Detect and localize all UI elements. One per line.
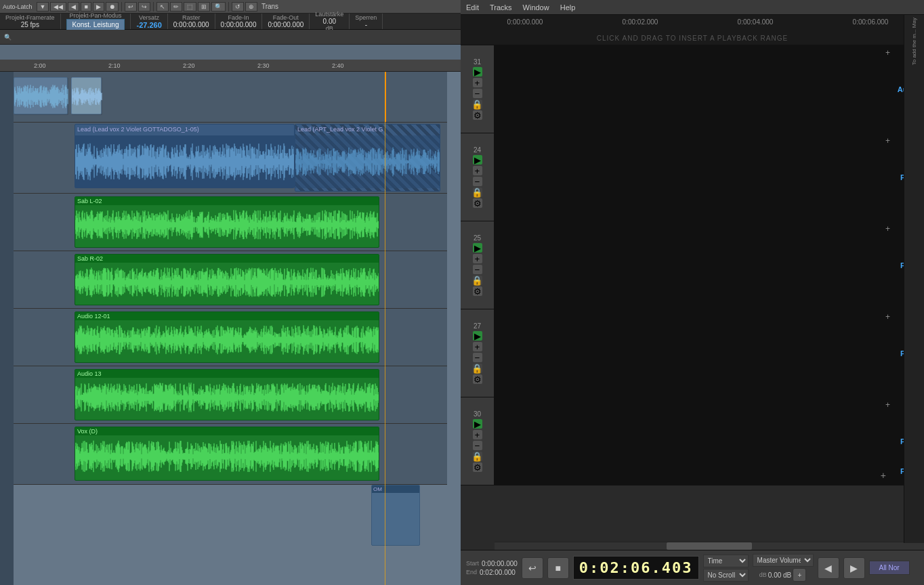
db-adjust-btn[interactable]: +	[793, 568, 806, 582]
toolbar-btn-play[interactable]: ▶	[93, 2, 104, 12]
transport-next-btn[interactable]: ▶	[843, 557, 865, 579]
lead-clip-1[interactable]: Lead (Lead vox 2 Violet GOTTADOSO_1-05)	[75, 124, 295, 188]
audio-12-track-row: Audio 12-01	[14, 309, 447, 366]
audio-13-wave	[75, 378, 379, 417]
track-27-plus-btn[interactable]: +	[473, 342, 482, 351]
track-24-lock-btn[interactable]: 🔒	[473, 188, 482, 197]
track-25-plus-btn[interactable]: +	[473, 254, 482, 263]
track-30-gear-btn[interactable]: ⚙	[473, 462, 482, 472]
track-25-num: 25	[474, 234, 481, 242]
track-25-content: Pitch	[495, 221, 924, 309]
scroll-mode-select[interactable]: No Scroll	[703, 569, 749, 582]
fade-in-label: Fade-In	[228, 14, 249, 21]
om-clip[interactable]: OM	[371, 485, 420, 546]
pan-modus-group: Projekt-Pan-Modus Konst. Leistung	[61, 14, 131, 29]
menu-window[interactable]: Window	[523, 3, 549, 12]
toolbar-btn-2[interactable]: ◀◀	[50, 2, 66, 12]
all-nor-button[interactable]: All Nor	[869, 561, 910, 575]
lead-clip-2[interactable]: Lead (APT_Lead vox 2 Violet G	[295, 124, 440, 192]
audio-12-clip[interactable]: Audio 12-01	[75, 311, 379, 363]
raster-value: 0:00:00.000	[173, 21, 209, 28]
track-30-num: 30	[474, 410, 481, 418]
toolbar-btn-6[interactable]: ↩	[125, 2, 137, 12]
track-27-add-icon[interactable]: +	[885, 312, 890, 322]
time-mode-select[interactable]: Time	[703, 555, 749, 567]
lead-clip-1-title: Lead (Lead vox 2 Violet GOTTADOSO_1-05)	[75, 125, 294, 134]
audio-13-title: Audio 13	[75, 370, 379, 378]
menu-edit[interactable]: Edit	[466, 3, 479, 12]
divider-3	[228, 2, 229, 12]
transport-rewind-btn[interactable]: ↩	[522, 557, 543, 579]
toolbar-btn-4[interactable]: ■	[81, 2, 91, 12]
toolbar-btn-arrow[interactable]: ↖	[156, 2, 169, 12]
track-24-green-btn[interactable]: ▶	[473, 155, 482, 165]
lautstarke-label: Lautstärke	[315, 11, 343, 18]
click-drag-message[interactable]: CLICK AND DRAG TO INSERT A PLAYBACK RANG…	[597, 35, 788, 42]
track-30-green-btn[interactable]: ▶	[473, 419, 482, 429]
track-27-gear-btn[interactable]: ⚙	[473, 374, 482, 384]
track-25-green-btn[interactable]: ▶	[473, 243, 482, 253]
sperren-value: -	[365, 21, 367, 28]
lautstarke-group: Lautstärke 0.00 dB	[310, 14, 350, 29]
track-area: Lead (Lead vox 2 Violet GOTTADOSO_1-05) …	[0, 72, 461, 585]
blue-clip-1[interactable]	[14, 77, 68, 114]
lead-track-row: Lead (Lead vox 2 Violet GOTTADOSO_1-05) …	[14, 123, 447, 194]
track-30-minus-btn[interactable]: −	[473, 441, 482, 450]
track-31-green-btn[interactable]: ▶	[473, 67, 482, 77]
framerate-value: 25 fps	[21, 21, 39, 28]
toolbar-btn-1[interactable]: ▼	[37, 2, 49, 12]
track-27-green-btn[interactable]: ▶	[473, 331, 482, 341]
toolbar-btn-7[interactable]: ↪	[138, 2, 150, 12]
toolbar-btn-3[interactable]: ◀	[68, 2, 79, 12]
track-31-plus-btn[interactable]: +	[473, 78, 482, 87]
sab-l-clip[interactable]: Sab L-02	[75, 196, 379, 248]
track-30-plus-btn[interactable]: +	[473, 430, 482, 439]
track-24-add-icon[interactable]: +	[885, 136, 890, 146]
track-27-minus-btn[interactable]: −	[473, 353, 482, 362]
versatz-label: Versatz	[139, 14, 159, 21]
track-24-minus-btn[interactable]: −	[473, 177, 482, 186]
menu-help[interactable]: Help	[560, 3, 576, 12]
track-30-add-icon[interactable]: +	[885, 400, 890, 410]
track-31-gear-btn[interactable]: ⚙	[473, 110, 482, 120]
right-scrollbar[interactable]	[495, 542, 924, 550]
ruler-mark-230: 2:30	[257, 62, 270, 69]
audio-13-clip[interactable]: Audio 13	[75, 369, 379, 420]
transport-stop-btn[interactable]: ■	[547, 557, 569, 579]
track-25-lock-btn[interactable]: 🔒	[473, 276, 482, 285]
track-31-lock-btn[interactable]: 🔒	[473, 100, 482, 109]
time-mode-section: Time No Scroll	[703, 555, 749, 582]
track-24-gear-btn[interactable]: ⚙	[473, 198, 482, 208]
time-0: 0:00:00.000	[467, 18, 583, 26]
track-30-lock-btn[interactable]: 🔒	[473, 452, 482, 461]
scrollbar-thumb[interactable]	[667, 542, 753, 550]
toolbar-btn-select[interactable]: ⊞	[198, 2, 210, 12]
pitch-add-icon[interactable]: +	[881, 470, 886, 481]
toolbar-btn-zoom[interactable]: 🔍	[211, 2, 226, 12]
track-31-content: Audio	[495, 45, 924, 133]
master-volume-select[interactable]: Master Volume	[753, 554, 814, 567]
toolbar-btn-snap[interactable]: ⊕	[245, 2, 257, 12]
toolbar-btn-loop[interactable]: ↺	[232, 2, 244, 12]
track-row-30: 30 ▶ + − 🔒 ⚙ Pitch +	[461, 397, 924, 485]
track-30-header: 30 ▶ + − 🔒 ⚙	[461, 397, 495, 485]
menu-tracks[interactable]: Tracks	[490, 3, 512, 12]
track-27-lock-btn[interactable]: 🔒	[473, 364, 482, 373]
search-btn[interactable]: 🔍	[0, 32, 16, 42]
blue-clip-2[interactable]	[71, 77, 102, 114]
sab-r-clip[interactable]: Sab R-02	[75, 254, 379, 305]
track-25-gear-btn[interactable]: ⚙	[473, 286, 482, 296]
add-track-area: To add the m... May	[904, 15, 924, 543]
track-25-minus-btn[interactable]: −	[473, 265, 482, 274]
transport-prev-btn[interactable]: ◀	[818, 557, 839, 579]
track-31-minus-btn[interactable]: −	[473, 89, 482, 98]
konst-button[interactable]: Konst. Leistung	[66, 19, 125, 30]
toolbar-btn-erase[interactable]: ⬚	[184, 2, 196, 12]
toolbar-btn-5[interactable]: ⏺	[106, 2, 119, 12]
toolbar-btn-pencil[interactable]: ✏	[170, 2, 182, 12]
track-24-plus-btn[interactable]: +	[473, 166, 482, 175]
framerate-label: Projekt-Framerate	[5, 14, 55, 21]
track-31-add-icon[interactable]: +	[885, 48, 890, 58]
vox-d-clip[interactable]: Vox (D)	[75, 427, 379, 481]
track-25-add-icon[interactable]: +	[885, 224, 890, 234]
